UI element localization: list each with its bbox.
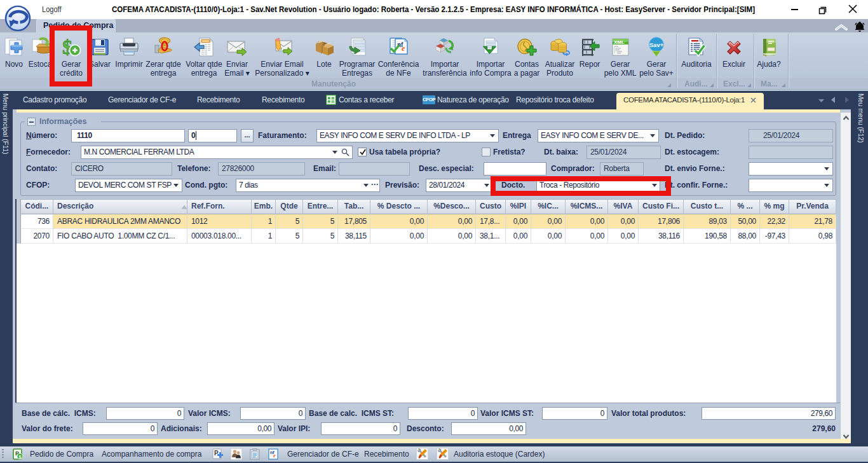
svg-text:XML: XML bbox=[614, 39, 625, 45]
svg-text:e: e bbox=[273, 452, 276, 459]
svg-text:Sav+: Sav+ bbox=[649, 41, 664, 48]
svg-text:e: e bbox=[402, 44, 405, 53]
